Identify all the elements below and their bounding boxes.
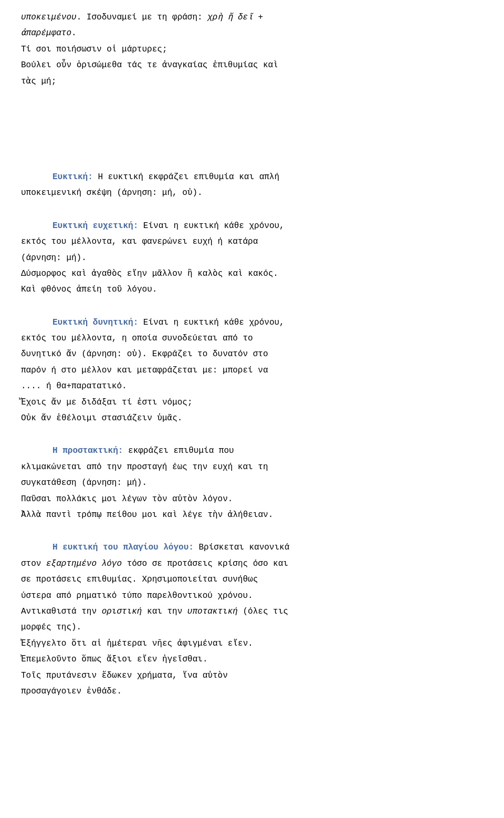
section-plagios-logos: Η ευκτική του πλαγίου λόγου: Βρίσκεται κ… [21,541,483,698]
small-spacer-4 [21,530,483,541]
dynitiki-label: Ευκτική δυνητική: [52,318,138,327]
plagios-line4: Αντικαθιστά την οριστική και την υποτακτ… [21,605,483,618]
line-5: τὰς μή; [21,75,483,88]
euchetiki-line3: Δύσμορφος καὶ ἀγαθὸς εἴην μᾶλλον ἢ καλὸς… [21,267,483,281]
plagios-line2: σε προτάσεις επιθυμίας. Χρησιμοποιείται … [21,573,483,586]
italic-aparemfato: ἀπαρέμφατο [21,28,71,38]
italic-text: υποκειμένου [21,13,77,22]
italic-phrase: χρὴ ἤ δεῖ + [207,13,263,22]
plagios-line9: προσαγάγοιεν ἐνθάδε. [21,685,483,698]
euchetiki-line1: εκτός του μέλλοντα, και φανερώνει ευχή ή… [21,235,483,248]
small-spacer-1 [21,209,483,219]
section-prostaktiki: Η προστακτική: εκφράζει επιθυμία που κλι… [21,444,483,522]
plagios-line1: στον εξαρτημένο λόγο τόσο σε προτάσεις κ… [21,557,483,571]
euchetiki-line2: (άρνηση: μή). [21,251,483,265]
line-3: Τί σοι ποιήσωσιν οἱ μάρτυρες; [21,43,483,56]
euchetiki-intro: Ευκτική ευχετική: Είναι η ευκτική κάθε χ… [21,219,483,233]
plagios-intro: Η ευκτική του πλαγίου λόγου: Βρίσκεται κ… [21,541,483,554]
section-euktiki: Ευκτική: Η ευκτική εκφράζει επιθυμία και… [21,170,483,200]
section-opening: υποκειμένου. Ισοδυναμεί με τη φράση: χρὴ… [21,11,483,88]
euktiki-intro: Ευκτική: Η ευκτική εκφράζει επιθυμία και… [21,170,483,184]
plagios-line6: Ἐξήγγελτο ὅτι αἱ ἡμέτεραι νῆες ἀφιγμέναι… [21,637,483,650]
plagios-line8: Τοῖς πρυτάνεσιν ἔδωκεν χρήματα, ἵνα αὐτὸ… [21,669,483,682]
prostaktiki-intro: Η προστακτική: εκφράζει επιθυμία που [21,444,483,458]
prostaktiki-label: Η προστακτική: [52,446,123,455]
dynitiki-line2: δυνητικό ἄν (άρνηση: οὐ). Εκφράζει το δυ… [21,347,483,361]
euktiki-label: Ευκτική: [52,172,93,182]
plagios-italic1: εξαρτημένο λόγο [46,559,122,568]
plagios-line5: μορφές της). [21,620,483,634]
dynitiki-line3: παρόν ή στο μέλλον και μεταφράζεται με: … [21,364,483,377]
page-content: υποκειμένου. Ισοδυναμεί με τη φράση: χρὴ… [21,11,483,698]
small-spacer-3 [21,433,483,444]
dynitiki-line6: Οὐκ ἄν ἐθέλοιμι στασιάζειν ὑμᾶς. [21,411,483,425]
euchetiki-label: Ευκτική ευχετική: [52,221,138,231]
plagios-italic2: οριστική [102,607,142,616]
small-spacer-2 [21,305,483,316]
section-euktiki-dynitiki: Ευκτική δυνητική: Είναι η ευκτική κάθε χ… [21,316,483,426]
line-4: Βούλει οὖν ὁρισώμεθα τάς τε ἀναγκαίας ἐπ… [21,58,483,72]
dynitiki-line1: εκτός του μέλλοντα, η οποία συνοδεύεται … [21,332,483,345]
plagios-line3: ύστερα από ρηματικό τύπο παρελθοντικού χ… [21,589,483,603]
plagios-line7: Ἐπεμελοῦντο ὅπως ἄξιοι εἴεν ἡγεῖσθαι. [21,653,483,666]
section-euktiki-euchetiki: Ευκτική ευχετική: Είναι η ευκτική κάθε χ… [21,219,483,297]
dynitiki-line5: Ἔχοις ἄν με διδάξαι τί ἐστι νόμος; [21,396,483,409]
euchetiki-line4: Καὶ φθόνος ἀπείη τοῦ λόγου. [21,283,483,296]
dynitiki-line4: .... ή θα+παρατατικό. [21,379,483,393]
prostaktiki-line1: κλιμακώνεται από την προσταγή έως την ευ… [21,460,483,474]
dynitiki-intro: Ευκτική δυνητική: Είναι η ευκτική κάθε χ… [21,316,483,329]
prostaktiki-line4: Ἀλλὰ παντὶ τρόπῳ πείθου μοι καὶ λέγε τὴν… [21,508,483,522]
prostaktiki-line2: συγκατάθεση (άρνηση: μή). [21,476,483,490]
line-1: υποκειμένου. Ισοδυναμεί με τη φράση: χρὴ… [21,11,483,24]
line-2: ἀπαρέμφατο. [21,26,483,40]
plagios-italic3: υποτακτική [187,607,238,616]
spacer-1 [21,97,483,170]
euktiki-cont: υποκειμενική σκέψη (άρνηση: μή, οὐ). [21,186,483,200]
plagios-label: Η ευκτική του πλαγίου λόγου: [52,543,194,552]
prostaktiki-line3: Παῦσαι πολλάκις μοι λέγων τὸν αὐτὸν λόγο… [21,492,483,506]
